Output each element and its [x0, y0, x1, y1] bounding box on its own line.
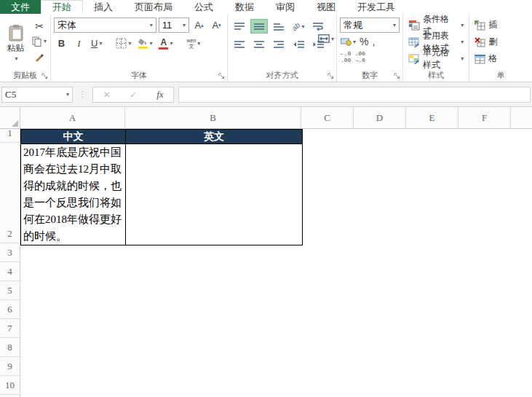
font-name-combo[interactable]: 宋体 ▾ — [54, 17, 156, 33]
font-dialog-launcher-icon[interactable] — [218, 73, 225, 79]
cell-b1[interactable]: 英文 — [126, 130, 302, 144]
row-header-1[interactable]: 1 — [0, 129, 20, 143]
increase-decimal-bottom: .00 — [341, 58, 351, 64]
group-alignment: ab ▾ — [227, 14, 336, 82]
fill-color-bar — [138, 47, 148, 49]
align-left-button[interactable] — [231, 37, 248, 52]
grid-canvas[interactable]: 中文 英文 2017年底是庆祝中国商会在过去12月中取得的成就的时候，也是一个反… — [20, 129, 532, 397]
ribbon-tab-bar: 文件 开始 插入 页面布局 公式 数据 审阅 视图 开发工具 — [0, 0, 532, 14]
cut-button[interactable]: ✂ — [31, 20, 47, 32]
fill-color-dropdown-icon: ▾ — [149, 40, 152, 47]
phonetic-guide-button[interactable]: wén 文 ▾ — [184, 36, 202, 51]
row-header-7[interactable]: 7 — [0, 319, 20, 338]
row-header-5[interactable]: 5 — [0, 281, 20, 300]
align-middle-button[interactable] — [250, 19, 268, 34]
format-painter-button[interactable] — [31, 50, 47, 63]
tab-developer[interactable]: 开发工具 — [346, 0, 406, 14]
row-header-9[interactable]: 9 — [0, 357, 20, 376]
cancel-icon[interactable]: ✕ — [103, 90, 110, 100]
enter-icon[interactable]: ✓ — [130, 90, 137, 100]
row-header-3[interactable]: 3 — [0, 243, 20, 262]
merge-center-button[interactable]: ▾ — [315, 32, 337, 45]
number-format-combo[interactable]: 常规 ▾ — [340, 17, 400, 33]
number-dialog-launcher-icon[interactable] — [394, 73, 400, 79]
increase-decimal-button[interactable]: ←.0 .00 — [340, 50, 352, 65]
cells-group-label: 单 — [497, 70, 505, 81]
tab-file[interactable]: 文件 — [0, 0, 41, 14]
font-color-bar — [159, 47, 168, 50]
bold-button[interactable]: B — [54, 36, 69, 51]
italic-button[interactable]: I — [71, 36, 87, 51]
align-right-button[interactable] — [270, 37, 287, 52]
select-all-triangle-icon — [12, 120, 18, 127]
cell-styles-icon — [408, 53, 420, 64]
font-color-icon: A — [159, 38, 168, 50]
font-name-value: 宋体 — [57, 19, 76, 32]
tab-formulas[interactable]: 公式 — [183, 0, 224, 14]
decrease-font-size-button[interactable]: A▾ — [209, 17, 224, 33]
row-header-4[interactable]: 4 — [0, 262, 20, 281]
comma-style-button[interactable]: , — [371, 35, 376, 48]
merge-dropdown-icon: ▾ — [331, 36, 334, 42]
tab-page-layout[interactable]: 页面布局 — [124, 0, 183, 14]
accounting-format-button[interactable]: ▾ — [340, 35, 357, 48]
tab-review[interactable]: 审阅 — [265, 0, 306, 14]
row-headers: 1 2 3 4 5 6 7 8 9 10 11 — [0, 129, 20, 397]
column-header-f[interactable]: F — [458, 107, 511, 128]
orientation-button[interactable]: ab ▾ — [290, 19, 307, 34]
row-header-6[interactable]: 6 — [0, 300, 20, 319]
number-format-value: 常规 — [344, 19, 362, 32]
decrease-indent-button[interactable] — [290, 37, 307, 52]
column-header-partial[interactable] — [511, 107, 532, 128]
column-header-e[interactable]: E — [406, 107, 458, 128]
group-number: 常规 ▾ ▾ % , ←.0 .00 — [336, 14, 402, 82]
conditional-formatting-dropdown-icon: ▾ — [461, 22, 464, 28]
phonetic-dropdown-icon: ▾ — [197, 40, 200, 47]
delete-cells-button[interactable]: 删 — [472, 34, 529, 50]
tab-view[interactable]: 视图 — [306, 0, 346, 14]
column-header-c[interactable]: C — [301, 107, 354, 128]
column-header-b[interactable]: B — [125, 107, 301, 128]
decrease-decimal-button[interactable]: .00 →.0 — [354, 50, 365, 65]
font-color-letter: A — [161, 38, 167, 47]
insert-function-icon[interactable]: fx — [156, 89, 163, 101]
formula-bar-drag-handle[interactable]: ⋮ — [79, 90, 87, 99]
fill-color-button[interactable]: ▾ — [135, 36, 154, 51]
select-all-corner[interactable] — [0, 107, 20, 129]
wrap-text-button[interactable] — [309, 19, 327, 34]
copy-button[interactable]: ▾ — [31, 35, 47, 47]
percent-style-button[interactable]: % — [359, 35, 369, 48]
name-box[interactable]: C5 ▾ — [1, 87, 73, 103]
cell-a2[interactable]: 2017年底是庆祝中国商会在过去12月中取得的成就的时候，也是一个反思我们将如何… — [21, 144, 126, 245]
number-format-dropdown-icon: ▾ — [393, 22, 396, 28]
clipboard-dialog-launcher-icon[interactable] — [41, 73, 48, 79]
row-header-2[interactable]: 2 — [0, 143, 20, 243]
format-cells-button[interactable]: 格 — [472, 51, 529, 66]
cell-b2[interactable] — [126, 144, 302, 245]
tab-insert[interactable]: 插入 — [83, 0, 124, 14]
increase-font-size-button[interactable]: A▴ — [191, 17, 207, 33]
insert-cells-button[interactable]: 插 — [472, 17, 529, 33]
font-color-button[interactable]: A ▾ — [156, 36, 175, 51]
row-header-8[interactable]: 8 — [0, 338, 20, 357]
row-header-10[interactable]: 10 — [0, 376, 20, 395]
cell-a1[interactable]: 中文 — [21, 130, 126, 144]
align-bottom-button[interactable] — [270, 19, 287, 34]
column-header-a[interactable]: A — [20, 107, 125, 128]
tab-home[interactable]: 开始 — [41, 0, 83, 14]
paste-dropdown-icon: ▾ — [15, 55, 17, 62]
formula-input[interactable] — [178, 87, 531, 103]
underline-button[interactable]: U ▾ — [89, 36, 104, 51]
group-styles: 条件格式 ▾ 套用表格格式 ▾ 单元格样式 ▾ — [402, 14, 469, 82]
caret-up-icon: ▴ — [201, 23, 204, 28]
tab-data[interactable]: 数据 — [224, 0, 265, 14]
worksheet: A B C D E F 1 2 3 4 5 6 7 8 9 10 11 中文 — [0, 107, 532, 397]
font-size-combo[interactable]: 11 ▾ — [159, 17, 189, 33]
align-center-button[interactable] — [250, 37, 268, 52]
paste-button[interactable]: 粘贴 ▾ — [3, 17, 28, 68]
column-header-d[interactable]: D — [354, 107, 406, 128]
cell-styles-button[interactable]: 单元格样式 ▾ — [406, 51, 466, 66]
align-top-button[interactable] — [231, 19, 248, 34]
alignment-dialog-launcher-icon[interactable] — [327, 73, 334, 79]
borders-button[interactable]: ▾ — [114, 36, 133, 51]
